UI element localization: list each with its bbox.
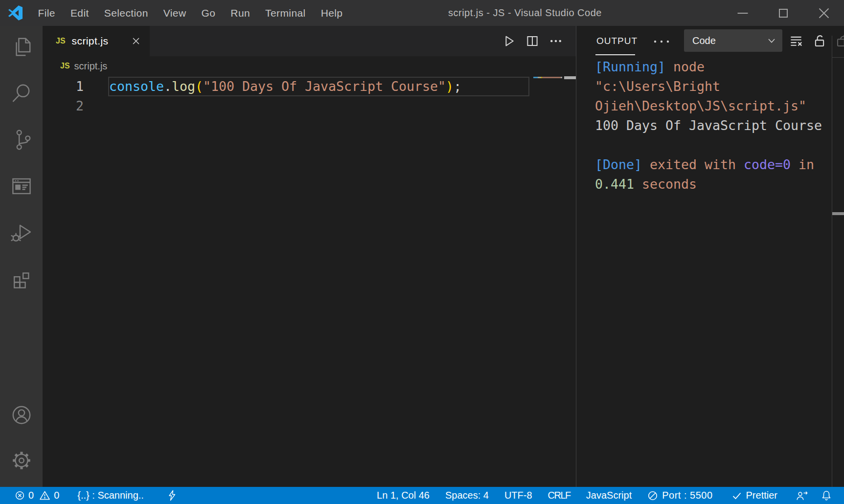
status-indentation[interactable]: Spaces: 4 <box>437 487 497 504</box>
activity-source-control[interactable] <box>0 116 43 163</box>
status-live-server-port[interactable]: Port : 5500 <box>639 487 723 504</box>
code-token: log <box>172 79 195 94</box>
close-button[interactable] <box>803 0 844 26</box>
status-problems[interactable]: 00 <box>7 487 67 504</box>
status-text: Ln 1, Col 46 <box>377 490 430 501</box>
minimap-segment <box>542 77 561 78</box>
settings-gear-icon <box>10 449 33 472</box>
status-notifications[interactable] <box>813 487 840 504</box>
status-cursor-position[interactable]: Ln 1, Col 46 <box>369 487 437 504</box>
output-line: "c:\Users\Bright <box>595 77 720 96</box>
split-editor-icon[interactable] <box>524 33 541 49</box>
panel-scrollbar-top-border <box>832 57 844 58</box>
menu-help[interactable]: Help <box>313 0 350 26</box>
tab-output[interactable]: OUTPUT <box>596 26 638 56</box>
code-token: . <box>164 79 172 94</box>
menu-go[interactable]: Go <box>194 0 223 26</box>
panel-cursor-marker <box>832 212 844 215</box>
tab-script-js[interactable]: JS script.js <box>43 26 150 56</box>
menu-bar: FileEditSelectionViewGoRunTerminalHelp <box>30 0 350 26</box>
activity-search[interactable] <box>0 70 43 116</box>
status-feedback[interactable] <box>788 487 816 504</box>
js-file-icon: JS <box>56 37 66 45</box>
menu-terminal[interactable]: Terminal <box>258 0 314 26</box>
warning-icon <box>39 490 50 501</box>
minimap-segment <box>533 77 538 78</box>
output-token: [Running] <box>595 59 673 74</box>
activity-run-debug[interactable] <box>0 209 43 256</box>
output-panel: OUTPUT Code [Running] node "c:\Users\Bri… <box>576 26 844 487</box>
status-end-of-line[interactable]: CRLF <box>540 487 578 504</box>
output-token: Ojieh\Desktop\JS\script.js" <box>595 98 806 113</box>
code-token: ( <box>195 79 203 94</box>
menu-edit[interactable]: Edit <box>63 0 96 26</box>
close-tab-icon[interactable] <box>130 35 142 47</box>
title-bar: FileEditSelectionViewGoRunTerminalHelp s… <box>0 0 844 26</box>
status-text: Prettier <box>746 490 777 501</box>
status-text: UTF-8 <box>504 490 532 501</box>
toggle-auto-scroll-lock-icon[interactable] <box>811 32 828 50</box>
output-token: "c:\Users\Bright <box>595 79 720 94</box>
more-actions-icon[interactable] <box>547 33 564 49</box>
panel-more-actions-icon[interactable] <box>652 33 670 50</box>
status-language-mode[interactable]: JavaScript <box>578 487 639 504</box>
open-output-in-editor-icon[interactable] <box>834 32 844 50</box>
output-line: 100 Days Of JavaScript Course <box>595 116 822 135</box>
editor-content[interactable]: 1console.log("100 Days Of JavaScript Cou… <box>43 76 576 487</box>
activity-live-preview[interactable] <box>0 163 43 209</box>
status-text: CRLF <box>548 490 570 501</box>
clear-output-icon[interactable] <box>787 32 805 50</box>
menu-run[interactable]: Run <box>223 0 258 26</box>
output-channel-select[interactable]: Code <box>684 29 782 52</box>
menu-file[interactable]: File <box>30 0 63 26</box>
output-token: in <box>791 157 814 172</box>
status-prettier[interactable]: Prettier <box>724 487 785 504</box>
vscode-logo-icon <box>8 5 23 21</box>
window-controls <box>722 0 844 26</box>
cursor-position-marker <box>564 76 576 79</box>
status-live-server-status[interactable] <box>160 487 184 504</box>
tab-bar: JS script.js <box>43 26 576 56</box>
overview-ruler <box>564 76 576 487</box>
code-token: ; <box>454 79 461 94</box>
minimize-button[interactable] <box>722 0 763 26</box>
activity-account[interactable] <box>0 392 43 438</box>
activity-bar-top <box>0 23 43 302</box>
menu-view[interactable]: View <box>156 0 194 26</box>
menu-selection[interactable]: Selection <box>96 0 156 26</box>
output-content[interactable]: [Running] node "c:\Users\BrightOjieh\Des… <box>576 56 844 487</box>
status-encoding[interactable]: UTF-8 <box>497 487 540 504</box>
output-line: 0.441 seconds <box>595 175 697 194</box>
output-token: code=0 <box>744 157 791 172</box>
output-token: exited with <box>642 157 744 172</box>
minimap-code-line <box>533 77 562 78</box>
output-token: [Done] <box>595 157 642 172</box>
output-token: node <box>673 59 712 74</box>
error-icon <box>15 490 25 501</box>
maximize-button[interactable] <box>763 0 803 26</box>
live-preview-icon <box>10 175 33 198</box>
status-spell-checker-status[interactable]: {..} : Scanning.. <box>69 487 152 504</box>
source-control-icon <box>10 128 33 152</box>
activity-bar-bottom <box>0 392 43 483</box>
output-line: [Running] node <box>595 57 712 77</box>
activity-files[interactable] <box>0 23 43 70</box>
run-code-icon[interactable] <box>501 33 517 49</box>
panel-scrollbar-border <box>832 36 832 487</box>
status-bar-right: Ln 1, Col 46Spaces: 4UTF-8CRLFJavaScript… <box>369 487 844 504</box>
status-text: JavaScript <box>586 490 632 501</box>
vscode-window: FileEditSelectionViewGoRunTerminalHelp s… <box>0 0 844 504</box>
tab-label: script.js <box>72 35 109 47</box>
code-text: console.log("100 Days Of JavaScript Cour… <box>109 77 461 96</box>
status-text: 0 <box>28 490 34 501</box>
activity-settings-gear[interactable] <box>0 438 43 483</box>
run-debug-icon <box>10 221 33 244</box>
breadcrumb[interactable]: JS script.js <box>43 56 576 76</box>
activity-extensions[interactable] <box>0 256 43 302</box>
output-channel-value: Code <box>692 35 716 46</box>
panel-header: OUTPUT Code <box>576 26 844 56</box>
code-token: ) <box>446 79 454 94</box>
js-file-icon: JS <box>60 62 70 70</box>
editor-group: JS script.js JS script.js 1console.log("… <box>43 26 576 487</box>
minimap[interactable] <box>531 76 564 487</box>
